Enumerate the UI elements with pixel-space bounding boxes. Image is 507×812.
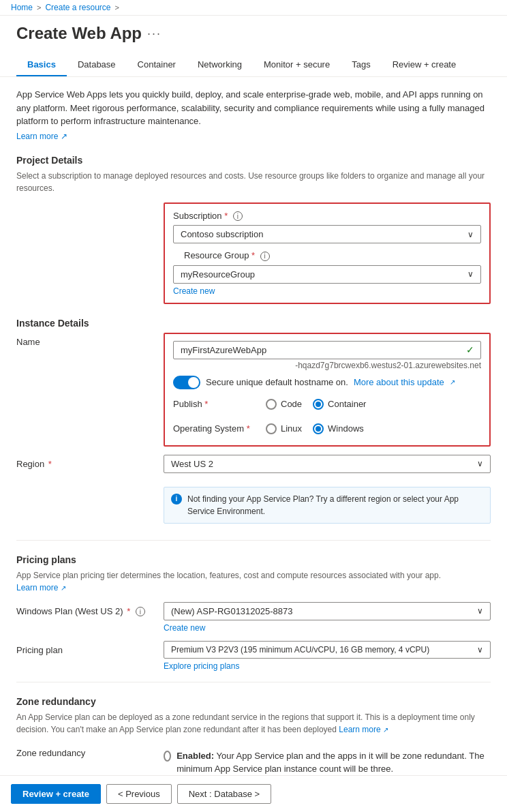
pricing-learn-more-link[interactable]: Learn more [16,583,58,592]
publish-container-label: Container [328,399,366,409]
page-title-ellipsis[interactable]: ··· [147,27,162,41]
name-checkmark-icon: ✓ [466,344,474,355]
windows-plan-required: * [127,606,130,616]
previous-button[interactable]: < Previous [106,784,172,804]
resource-group-create-new[interactable]: Create new [173,286,481,296]
breadcrumb-sep2: > [115,3,119,12]
region-row: Region * West US 2 ∨ [16,455,491,473]
publish-code-label: Code [281,399,302,409]
pricing-plan-dropdown[interactable]: Premium V3 P2V3 (195 minimum ACU/vCPU, 1… [164,641,491,659]
instance-details-section: myFirstAzureWebApp ✓ -hqazd7g7brcwexb6.w… [164,333,491,447]
zone-enabled-option[interactable]: Enabled: Your App Service plan and the a… [164,749,491,776]
publish-options: Code Container [266,399,366,410]
breadcrumb: Home > Create a resource > [11,3,119,12]
os-linux-radio[interactable] [266,423,277,434]
region-value: West US 2 [171,459,213,469]
action-bar: Review + create < Previous Next : Databa… [0,775,507,812]
secure-hostname-toggle-row: Secure unique default hostname on. More … [173,376,481,389]
section-pricing-plans: Pricing plans [16,554,491,565]
publish-code-option[interactable]: Code [266,399,302,410]
tab-list: Basics Database Container Networking Mon… [16,54,491,76]
region-label: Region * [16,455,153,469]
resource-group-dropdown-arrow: ∨ [467,269,474,279]
region-required: * [48,459,52,469]
zone-enabled-radio[interactable] [164,751,171,762]
tab-tags[interactable]: Tags [341,54,381,76]
main-content: App Service Web Apps lets you quickly bu… [0,77,507,812]
pricing-plan-control: Premium V3 P2V3 (195 minimum ACU/vCPU, 1… [164,641,491,671]
zone-learn-more-icon: ↗ [383,726,388,734]
pricing-learn-more-icon: ↗ [61,584,66,592]
next-button[interactable]: Next : Database > [177,784,271,804]
domain-suffix: -hqazd7g7brcwexb6.westus2-01.azurewebsit… [173,361,481,370]
publish-container-radio[interactable] [313,399,324,410]
section-instance-details: Instance Details [16,318,491,329]
subscription-resource-group-section: Subscription * i Contoso subscription ∨ … [164,202,491,304]
resource-group-label: Resource Group * i [184,250,270,261]
toggle-knob [188,377,199,388]
subscription-dropdown-arrow: ∨ [467,230,474,239]
tab-networking[interactable]: Networking [187,54,253,76]
region-control: West US 2 ∨ [164,455,491,473]
resource-group-info-icon[interactable]: i [260,252,270,261]
subscription-row: Subscription * i Contoso subscription ∨ [173,211,481,244]
tab-database[interactable]: Database [67,54,127,76]
more-about-update-link[interactable]: More about this update [354,377,444,387]
pricing-plan-label: Pricing plan [16,641,153,655]
region-dropdown[interactable]: West US 2 ∨ [164,455,491,473]
windows-plan-row: Windows Plan (West US 2) * i (New) ASP-R… [16,602,491,633]
pricing-divider [16,540,491,541]
review-create-button[interactable]: Review + create [11,784,101,804]
explore-pricing-plans-link[interactable]: Explore pricing plans [164,661,491,671]
publish-label: Publish * [173,399,255,409]
section-project-details: Project Details [16,155,491,166]
external-link-icon: ↗ [450,378,455,386]
subscription-label: Subscription * i [173,211,243,222]
zone-redundancy-desc: An App Service plan can be deployed as a… [16,711,491,736]
description-text: App Service Web Apps lets you quickly bu… [16,88,491,128]
publish-container-option[interactable]: Container [313,399,366,410]
resource-group-value: myResourceGroup [181,269,255,280]
pricing-plan-row: Pricing plan Premium V3 P2V3 (195 minimu… [16,641,491,671]
windows-plan-create-new[interactable]: Create new [164,623,491,633]
region-info-note: i Not finding your App Service Plan? Try… [164,487,491,524]
zone-enabled-label: Enabled: [176,751,214,761]
section-zone-redundancy: Zone redundancy [16,696,491,707]
tab-container[interactable]: Container [127,54,187,76]
windows-plan-dropdown-arrow: ∨ [477,606,483,616]
os-windows-option[interactable]: Windows [313,423,364,434]
region-note-text: Not finding your App Service Plan? Try a… [187,493,483,517]
page-title: Create Web App [16,24,142,43]
windows-plan-info-icon[interactable]: i [136,607,145,616]
region-info-icon: i [171,494,182,505]
windows-plan-dropdown[interactable]: (New) ASP-RG01312025-8873 ∨ [164,602,491,620]
resource-group-dropdown[interactable]: myResourceGroup ∨ [173,265,481,284]
tab-monitor-secure[interactable]: Monitor + secure [253,54,341,76]
learn-more-link-top[interactable]: Learn more ↗ [16,132,67,141]
resource-group-row: Resource Group * i myResourceGroup ∨ Cre… [173,250,481,296]
os-linux-option[interactable]: Linux [266,423,302,434]
breadcrumb-sep1: > [37,3,41,12]
os-windows-radio[interactable] [313,423,324,434]
project-details-desc: Select a subscription to manage deployed… [16,170,491,194]
tab-review-create[interactable]: Review + create [382,54,467,76]
zone-divider [16,682,491,682]
os-linux-label: Linux [281,423,302,434]
publish-code-radio[interactable] [266,399,277,410]
tab-basics[interactable]: Basics [16,54,67,76]
secure-hostname-toggle[interactable] [173,376,200,389]
zone-enabled-text: Enabled: Your App Service plan and the a… [176,749,491,776]
breadcrumb-home[interactable]: Home [11,3,33,12]
subscription-dropdown[interactable]: Contoso subscription ∨ [173,225,481,243]
pricing-plans-desc: App Service plan pricing tier determines… [16,569,491,594]
top-bar: Home > Create a resource > [0,0,507,16]
os-label: Operating System * [173,423,255,434]
breadcrumb-create-resource[interactable]: Create a resource [45,3,110,12]
name-label: Name [16,333,153,347]
pricing-plan-dropdown-arrow: ∨ [477,645,483,655]
os-options: Linux Windows [266,423,364,434]
zone-learn-more-link[interactable]: Learn more [339,725,380,734]
subscription-info-icon[interactable]: i [233,211,243,221]
name-input[interactable]: myFirstAzureWebApp [173,341,481,359]
secure-hostname-label: Secure unique default hostname on. [206,377,348,387]
